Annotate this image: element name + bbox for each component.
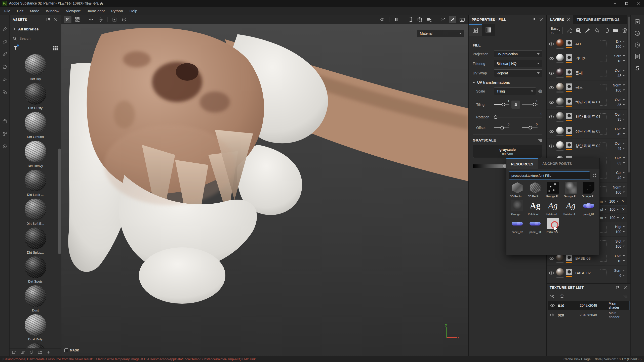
resource-item[interactable]: Grunge P... [580, 182, 597, 198]
shader-settings-icon[interactable] [634, 30, 641, 37]
resource-item[interactable]: Perlin Noi... [544, 218, 562, 234]
substance-share-icon[interactable] [634, 65, 641, 71]
layer-opacity[interactable]: 100 [616, 190, 625, 194]
asset-item[interactable]: Dust Occl... [17, 343, 54, 348]
reset-rotation-icon[interactable] [120, 16, 128, 23]
asset-item[interactable]: Dirt Ground [17, 112, 54, 139]
layer-mask-thumbnail[interactable] [566, 113, 572, 119]
asset-item[interactable]: Dirt Spots [17, 256, 54, 283]
asset-item[interactable]: Dust Dirty [17, 314, 54, 341]
layers-scrollbar[interactable] [627, 15, 631, 283]
offset-y-slider[interactable]: 0 [522, 127, 538, 128]
resource-item[interactable]: 3D Perlin ... [508, 182, 526, 198]
tab-anchor-points[interactable]: ANCHOR POINTS [538, 158, 576, 169]
undock-icon[interactable] [615, 285, 620, 290]
asset-item[interactable]: Dirt Leak ... [17, 170, 54, 197]
layer-opacity[interactable]: 100 [616, 230, 625, 234]
layer-opacity[interactable]: 10 [617, 259, 625, 263]
menu-item[interactable]: File [1, 7, 14, 15]
layer-blend-mode[interactable]: Scrn [614, 54, 625, 58]
base-channel-select[interactable]: Base cc [549, 27, 563, 34]
history-icon[interactable] [634, 42, 641, 48]
resource-item[interactable]: 3D Perlin ... [526, 182, 544, 198]
tab-fill-properties[interactable] [469, 24, 482, 36]
asset-item[interactable]: Dirt Dusty [17, 83, 54, 110]
layer-mask-thumbnail[interactable] [566, 127, 572, 134]
layer-visibility-icon[interactable] [549, 114, 554, 120]
magic-wand-icon[interactable] [566, 27, 572, 33]
layer-material-thumbnail[interactable] [556, 83, 564, 90]
screenshot-camera-icon[interactable] [458, 16, 466, 23]
projection-select[interactable]: UV projection [494, 50, 542, 58]
minimize-button[interactable] [609, 0, 621, 7]
solo-view-icon[interactable]: 1 [559, 293, 565, 299]
layer-visibility-icon[interactable] [549, 70, 554, 76]
tab-texture-set-settings[interactable]: TEXTURE SET SETTINGS [573, 15, 627, 24]
layer-material-thumbnail[interactable] [556, 141, 564, 149]
asset-item[interactable]: Dirt Heavy [17, 141, 54, 168]
uv-wrap-select[interactable]: Repeat [494, 69, 542, 77]
layer-blend-mode[interactable]: Drk [616, 39, 625, 43]
asset-item[interactable]: Dirt Soft E... [17, 199, 54, 225]
close-icon[interactable] [567, 18, 570, 21]
layer-material-thumbnail[interactable] [556, 54, 564, 61]
baking-panel-icon[interactable] [2, 143, 8, 149]
layer-blend-mode[interactable]: Ovrl [615, 69, 625, 73]
resource-item[interactable]: panel_01 [580, 200, 597, 216]
layer-row[interactable]: 커버쳐 Scrn 18 ✕ [547, 51, 627, 66]
layer-blend-mode[interactable]: Ovrl [615, 98, 625, 102]
undock-icon[interactable] [531, 17, 536, 22]
layer-opacity[interactable]: 63 [617, 161, 625, 165]
layer-row[interactable]: AO Drk 100 ✕ [547, 37, 627, 51]
layer-row[interactable]: 하단 라이트 01 Ovrl 35 ✕ [547, 95, 627, 110]
layer-opacity[interactable]: 49 [617, 132, 625, 136]
refresh-icon[interactable] [29, 350, 34, 354]
asset-item[interactable]: Dust [17, 285, 54, 312]
resource-item[interactable]: Ag Palatino L... [562, 200, 580, 216]
resource-item[interactable]: Grunge P... [544, 182, 562, 198]
layer-blend-mode[interactable]: Ovrl [615, 142, 625, 146]
delete-layer-icon[interactable] [622, 27, 627, 33]
viewport-canvas[interactable]: Material MASK y x [61, 24, 468, 356]
layer-opacity[interactable]: 35 [617, 103, 625, 107]
tab-layers[interactable]: LAYERS [547, 15, 573, 24]
filter-funnel-icon[interactable] [13, 45, 19, 51]
paint-layer-icon[interactable] [585, 27, 591, 33]
import-resources-icon[interactable] [21, 350, 25, 354]
layer-blend-mode[interactable]: Ovrl [615, 156, 625, 160]
list-filter-icon[interactable] [538, 139, 542, 142]
grayscale-value-slider[interactable] [473, 164, 506, 168]
layer-opacity[interactable]: 100 [616, 44, 625, 49]
close-button[interactable] [632, 0, 644, 7]
group-folder-icon[interactable] [613, 27, 619, 33]
add-mask-icon[interactable] [603, 27, 609, 33]
layer-mask-thumbnail[interactable] [566, 40, 572, 46]
asset-search[interactable] [13, 34, 58, 43]
layer-material-thumbnail[interactable] [556, 39, 564, 47]
layer-blend-mode[interactable]: Ovrl [615, 112, 625, 116]
resource-item[interactable]: Ag Palatino L... [526, 200, 544, 216]
layer-mask-thumbnail[interactable] [566, 142, 572, 148]
tiling-y-slider[interactable]: 1 [522, 104, 538, 105]
resource-item[interactable]: Ag Palatino L... [544, 200, 562, 216]
symmetry-horizontal-icon[interactable] [87, 16, 95, 23]
layer-blend-mode[interactable]: Ovrl [615, 254, 625, 258]
effect-close-icon[interactable]: ✕ [622, 216, 625, 220]
tiling-mode-icon[interactable] [73, 16, 81, 23]
uv-transformations-header[interactable]: UV transformations [473, 80, 542, 84]
layer-row[interactable]: BASE 02 Scrn 6 ✕ [547, 266, 627, 280]
grid-view-icon[interactable] [53, 45, 58, 51]
layer-visibility-icon[interactable] [549, 41, 554, 47]
layer-blend-mode[interactable]: Slgt [615, 239, 625, 243]
layer-row[interactable]: 하단 라이트 01 Ovrl 35 ✕ [547, 110, 627, 124]
layer-opacity[interactable]: 48 [617, 74, 625, 78]
layer-row[interactable]: 곰보 Norm 100 ✕ [547, 80, 627, 95]
layer-visibility-icon[interactable] [549, 100, 554, 105]
tiling-x-slider[interactable]: 1 [494, 104, 509, 105]
layer-visibility-icon[interactable] [549, 129, 554, 134]
add-icon[interactable] [46, 350, 51, 354]
symmetry-vertical-icon[interactable] [97, 16, 104, 23]
texture-set-visibility-icon[interactable] [550, 303, 555, 308]
layer-material-thumbnail[interactable] [556, 68, 564, 76]
sync-visibility-icon[interactable] [550, 293, 555, 299]
